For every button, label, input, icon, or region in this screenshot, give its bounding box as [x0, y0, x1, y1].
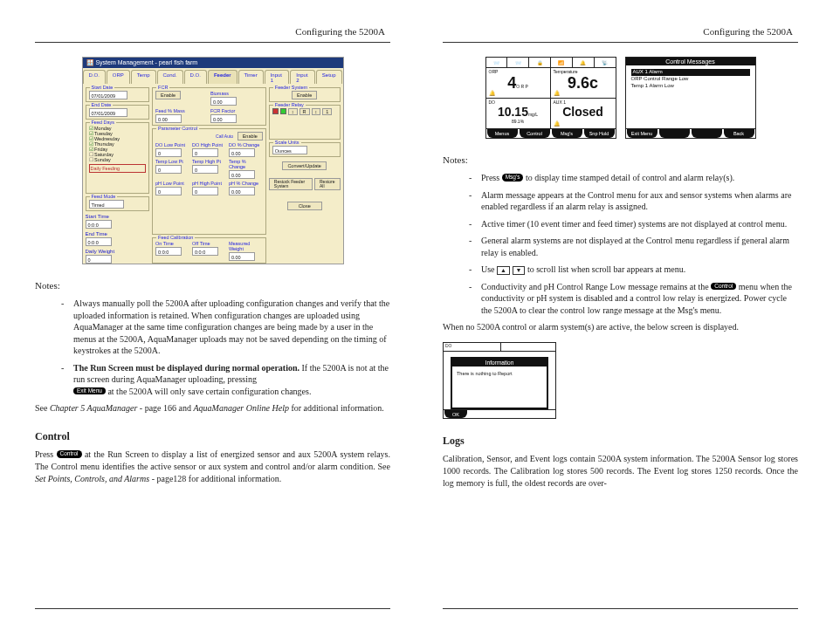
do-low-input[interactable]: 0: [155, 148, 182, 157]
do-high-input[interactable]: 0: [192, 148, 218, 157]
restock-button[interactable]: Restock Feeder System: [269, 178, 313, 190]
relay-r-button[interactable]: R: [299, 108, 310, 115]
ph-low-input[interactable]: 0: [155, 187, 182, 195]
control-softkey[interactable]: Control: [520, 129, 550, 138]
feeder-system-group: Feeder System Enable: [269, 87, 341, 102]
start-date-group: Start Date 07/01/2009: [86, 87, 150, 102]
feed-mode-select[interactable]: Timed: [89, 200, 124, 209]
left-notes-list: Always manually poll the 5200A after upl…: [35, 298, 390, 397]
tab-timer[interactable]: Timer: [238, 70, 264, 84]
biomass-input[interactable]: 0.00: [210, 97, 237, 106]
exitmenu-softkey[interactable]: Exit Menu: [627, 129, 657, 138]
msgs-softkey[interactable]: Msg's: [552, 129, 582, 138]
page-header-right: Configuring the 5200A: [443, 26, 798, 43]
tab-input1[interactable]: Input 1: [265, 70, 290, 84]
lcd-row: 📨 📨 🔒 📶 🔔 📡 ORP 🔔 4O R P Temperature: [443, 57, 798, 139]
ph-change-input[interactable]: 0.00: [229, 187, 255, 195]
param-control-group: Parameter Control Call Auto Enable DO Lo…: [152, 128, 266, 235]
info-title: Information: [452, 359, 547, 367]
tab-do2[interactable]: D.O.: [184, 70, 207, 84]
snphold-softkey[interactable]: Snp Hold: [584, 129, 615, 138]
right-note-1: Press Msg's to display time stamped deta…: [469, 172, 798, 184]
param-enable-button[interactable]: Enable: [238, 132, 263, 140]
notes-heading-right: Notes:: [443, 154, 798, 165]
right-notes-list: Press Msg's to display time stamped deta…: [443, 172, 798, 316]
msg-temp-low[interactable]: Temp 1 Alarm Low: [631, 83, 750, 90]
logs-para: Calibration, Sensor, and Event logs cont…: [443, 453, 798, 490]
ok-softkey[interactable]: OK: [444, 410, 467, 418]
footer-divider-right: [443, 608, 798, 609]
dialog-title-bar: 🪟 System Management - pearl fish farm: [83, 58, 343, 68]
restore-all-button[interactable]: Restore All: [314, 178, 341, 190]
down-arrow-icon: ▼: [513, 266, 526, 275]
left-page: Configuring the 5200A 🪟 System Managemen…: [0, 0, 416, 644]
chk-sunday[interactable]: Sunday: [89, 157, 147, 162]
daily-weight-input[interactable]: 0: [86, 255, 112, 264]
tab-cond[interactable]: Cond.: [157, 70, 183, 84]
on-time-input[interactable]: 0:0:0: [155, 247, 182, 256]
mail-icon: 📨: [486, 58, 508, 67]
relay-down-button[interactable]: ↕: [312, 108, 321, 115]
temp-cell: Temperature 🔔 9.6c: [551, 68, 616, 99]
end-date-group: End Date 07/01/2009: [86, 105, 150, 120]
tab-temp[interactable]: Temp: [131, 70, 156, 84]
end-time-input[interactable]: 0:0:0: [86, 237, 112, 246]
relay-1-button[interactable]: 1: [322, 108, 332, 115]
close-button[interactable]: Close: [287, 202, 322, 210]
fcr-enable-button[interactable]: Enable: [155, 91, 181, 99]
app-icon: 🪟: [86, 59, 96, 65]
fcr-factor-input[interactable]: 0.00: [210, 114, 237, 123]
do-cell: DO 10.15mg/L 89.1%: [486, 99, 551, 129]
msg-aux1-alarm[interactable]: AUX 1 Alarm: [631, 69, 750, 76]
right-page: Configuring the 5200A 📨 📨 🔒 📶 🔔 📡 ORP 🔔: [416, 0, 833, 644]
relay-led-green[interactable]: [280, 108, 286, 114]
off-time-input[interactable]: 0:0:0: [192, 247, 218, 256]
tab-orp[interactable]: ORP: [107, 70, 130, 84]
relay-up-button[interactable]: ↕: [288, 108, 298, 115]
menus-softkey[interactable]: Menus: [487, 129, 518, 138]
back-softkey[interactable]: Back: [724, 129, 754, 138]
ph-high-input[interactable]: 0: [192, 187, 218, 195]
bell-icon-2: 🔔: [554, 90, 560, 96]
dialog-body: Start Date 07/01/2009 End Date 07/01/200…: [83, 84, 343, 267]
temp-change-input[interactable]: 0.00: [229, 170, 255, 179]
aux-cell: AUX 1 🔔 Closed: [551, 99, 616, 129]
do-change-input[interactable]: 0.00: [229, 148, 255, 157]
feed-pct-input[interactable]: 0.00: [155, 114, 182, 123]
end-date-input[interactable]: 07/01/2009: [89, 108, 127, 117]
msg-orp-low[interactable]: ORP Control Range Low: [631, 76, 750, 83]
right-content: 📨 📨 🔒 📶 🔔 📡 ORP 🔔 4O R P Temperature: [443, 57, 798, 598]
tab-do[interactable]: D.O.: [83, 70, 106, 84]
start-time-input[interactable]: 0:0:0: [86, 220, 112, 229]
tab-input2[interactable]: Input 2: [290, 70, 315, 84]
exit-menu-icon: Exit Menu: [73, 387, 106, 395]
alarm-icon: 🔔: [573, 58, 595, 67]
signal-icon: 📶: [551, 58, 573, 67]
control-messages-title: Control Messages: [626, 58, 755, 65]
see-chapter-para: See Chapter 5 AquaManager - page 166 and…: [35, 402, 390, 414]
start-date-input[interactable]: 07/01/2009: [89, 91, 127, 99]
control-icon: Control: [57, 450, 82, 458]
feeder-sys-enable-button[interactable]: Enable: [292, 91, 317, 99]
tab-feeder[interactable]: Feeder: [208, 70, 238, 84]
scale-units-group: Scale Units Ounces: [269, 142, 341, 157]
temp-high-input[interactable]: 0: [192, 165, 218, 174]
relay-led-red[interactable]: [272, 108, 279, 114]
mail2-icon: 📨: [507, 58, 529, 67]
measured-wt-input[interactable]: 0.00: [229, 252, 255, 261]
up-arrow-icon: ▲: [497, 266, 510, 275]
control-icon-2: Control: [711, 283, 736, 291]
notes-heading-left: Notes:: [35, 280, 390, 291]
convert-update-button[interactable]: Convert/Update: [282, 161, 327, 170]
blank-softkey-1: [659, 129, 690, 138]
temp-low-input[interactable]: 0: [155, 165, 182, 174]
control-heading: Control: [35, 430, 390, 443]
scale-units-select[interactable]: Ounces: [272, 146, 307, 154]
feeder-relay-group: Feeder Relay ↕ R ↕ 1: [269, 105, 341, 140]
control-messages-body: AUX 1 Alarm ORP Control Range Low Temp 1…: [626, 65, 755, 128]
tab-setup[interactable]: Setup: [316, 70, 342, 84]
info-text: There is nothing to Report: [452, 369, 547, 378]
right-note-3: Active timer (10 event timer and feed ti…: [469, 218, 798, 230]
lcd-information: DO Information There is nothing to Repor…: [443, 342, 556, 419]
feed-mode-group: Feed Mode Timed: [86, 196, 150, 211]
